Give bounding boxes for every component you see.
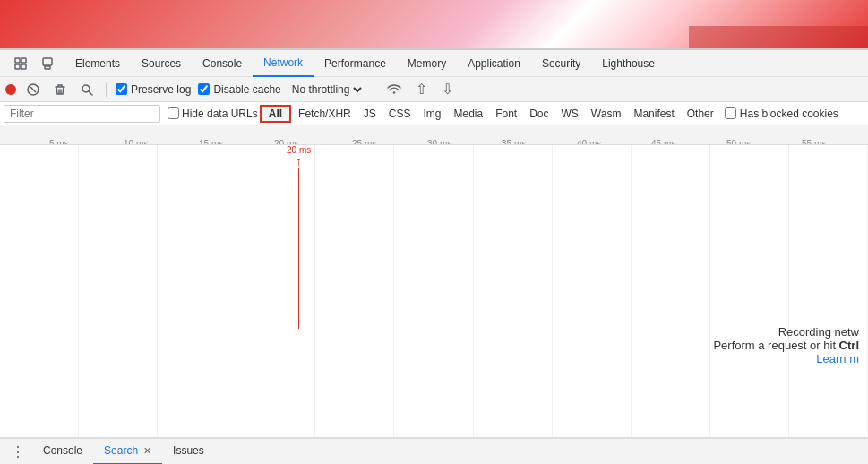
network-toolbar: Preserve log Disable cache No throttling…	[0, 77, 868, 102]
has-blocked-cookies-label[interactable]: Has blocked cookies	[725, 107, 838, 120]
arrow-line	[298, 168, 299, 329]
svg-rect-5	[45, 66, 50, 69]
has-blocked-cookies-checkbox[interactable]	[725, 107, 736, 119]
tab-security[interactable]: Security	[531, 50, 591, 77]
tick-35ms: 35 ms	[502, 139, 526, 146]
grid-col-6	[394, 145, 473, 437]
grid-col-1	[0, 145, 79, 437]
svg-rect-1	[21, 58, 26, 63]
empty-line2: Perform a request or hit Ctrl	[713, 339, 859, 352]
filter-bar: Hide data URLs All Fetch/XHR JS CSS Img …	[0, 102, 868, 125]
svg-line-7	[30, 87, 36, 92]
empty-line3: Learn m	[713, 352, 859, 365]
tick-10ms: 10 ms	[124, 139, 148, 146]
upload-button[interactable]: ⇧	[412, 79, 431, 99]
drawer-tab-console[interactable]: Console	[32, 438, 93, 464]
tick-20ms: 20 ms	[274, 139, 298, 146]
filter-css[interactable]: CSS	[383, 105, 417, 123]
svg-point-10	[393, 91, 395, 93]
clear-button[interactable]	[50, 82, 70, 98]
toolbar-separator	[106, 82, 107, 97]
inspect-icon[interactable]	[11, 56, 30, 72]
tick-30ms: 30 ms	[427, 139, 451, 146]
svg-rect-4	[43, 58, 52, 65]
timeline-header: 5 ms 10 ms 15 ms 20 ms 25 ms 30 ms 35 ms…	[0, 125, 868, 145]
tick-5ms: 5 ms	[49, 139, 69, 146]
wifi-icon[interactable]	[383, 81, 405, 99]
empty-line1: Recording netw	[713, 325, 859, 339]
toolbar-separator-2	[374, 82, 374, 97]
tick-40ms: 40 ms	[577, 139, 601, 146]
filter-js[interactable]: JS	[358, 105, 382, 123]
filter-wasm[interactable]: Wasm	[586, 105, 627, 123]
disable-cache-label[interactable]: Disable cache	[198, 83, 280, 96]
devtools-tabs-bar: Elements Sources Console Network Perform…	[0, 50, 868, 77]
filter-img[interactable]: Img	[417, 105, 446, 123]
tick-45ms: 45 ms	[651, 139, 675, 146]
grid-col-3	[158, 145, 236, 437]
download-button[interactable]: ⇩	[438, 79, 457, 99]
filter-doc[interactable]: Doc	[524, 105, 554, 123]
grid-col-9	[632, 145, 710, 437]
tab-console[interactable]: Console	[192, 50, 253, 77]
tab-network[interactable]: Network	[253, 50, 314, 77]
search-button[interactable]	[77, 82, 97, 98]
tab-memory[interactable]: Memory	[397, 50, 457, 77]
grid-col-10	[710, 145, 789, 437]
device-toggle-icon[interactable]	[38, 56, 57, 72]
tick-55ms: 55 ms	[802, 139, 826, 146]
drawer-dots-icon[interactable]: ⋮	[4, 443, 32, 460]
search-tab-close[interactable]: ✕	[143, 445, 151, 457]
filter-manifest[interactable]: Manifest	[628, 105, 679, 123]
grid-lines	[0, 145, 868, 437]
grid-col-11	[789, 145, 868, 437]
grid-col-5	[315, 145, 394, 437]
grid-col-7	[474, 145, 553, 437]
filter-media[interactable]: Media	[448, 105, 488, 123]
preserve-log-label[interactable]: Preserve log	[116, 83, 191, 96]
browser-content	[0, 0, 868, 48]
preserve-log-checkbox[interactable]	[116, 83, 127, 95]
tab-application[interactable]: Application	[457, 50, 531, 77]
disable-cache-checkbox[interactable]	[198, 83, 210, 95]
tab-sources[interactable]: Sources	[131, 50, 192, 77]
drawer-tab-search[interactable]: Search ✕	[93, 438, 162, 464]
grid-col-2	[79, 145, 158, 437]
bottom-drawer: ⋮ Console Search ✕ Issues	[0, 437, 868, 464]
filter-input[interactable]	[4, 105, 160, 123]
svg-rect-3	[21, 64, 26, 69]
tick-50ms: 50 ms	[726, 139, 751, 146]
tab-performance[interactable]: Performance	[314, 50, 397, 77]
network-main-content: 20 ms ↑ Recording netw Perform a request…	[0, 145, 868, 437]
tick-25ms: 25 ms	[352, 139, 376, 146]
arrow-head-icon: ↑	[296, 155, 302, 168]
filter-fetch-xhr[interactable]: Fetch/XHR	[293, 105, 357, 123]
filter-other[interactable]: Other	[682, 105, 719, 123]
grid-col-8	[553, 145, 632, 437]
tick-15ms: 15 ms	[199, 139, 223, 146]
devtools-icons	[4, 56, 64, 72]
empty-state-message: Recording netw Perform a request or hit …	[713, 325, 859, 365]
learn-more-link[interactable]: Learn m	[816, 352, 859, 365]
devtools-panel: Elements Sources Console Network Perform…	[0, 49, 868, 464]
timeline-arrow: 20 ms ↑	[287, 145, 311, 329]
drawer-tab-issues[interactable]: Issues	[162, 438, 215, 464]
tab-lighthouse[interactable]: Lighthouse	[591, 50, 666, 77]
browser-top	[0, 0, 868, 49]
filter-all-button[interactable]: All	[260, 105, 291, 123]
filter-font[interactable]: Font	[490, 105, 522, 123]
hide-data-urls-label[interactable]: Hide data URLs	[168, 107, 258, 120]
filter-ws[interactable]: WS	[556, 105, 584, 123]
stop-button[interactable]	[23, 82, 43, 98]
svg-rect-0	[15, 58, 20, 63]
throttle-select[interactable]: No throttling	[288, 82, 365, 97]
record-button[interactable]	[5, 84, 16, 95]
hide-data-urls-checkbox[interactable]	[168, 107, 179, 119]
svg-line-9	[89, 91, 92, 95]
svg-rect-2	[15, 64, 20, 69]
tab-elements[interactable]: Elements	[64, 50, 131, 77]
